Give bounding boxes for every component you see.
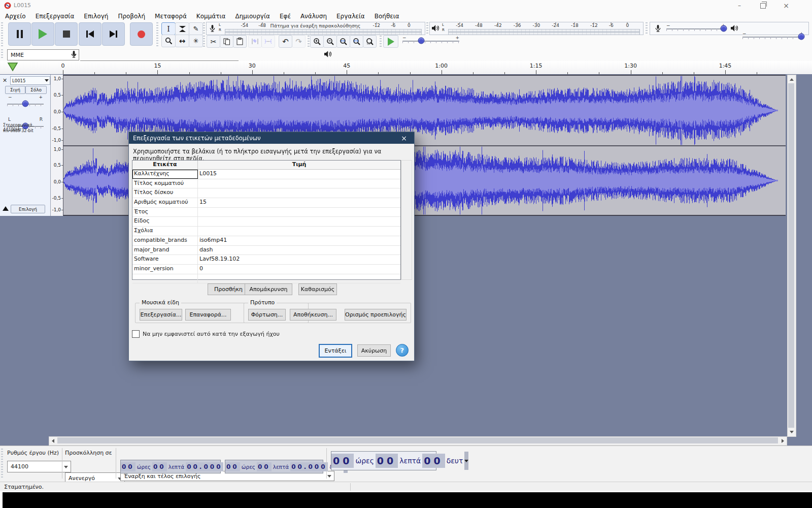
tag-value-cell[interactable]: L0015: [198, 170, 400, 179]
tag-value-cell[interactable]: [198, 217, 400, 226]
skip-start-button[interactable]: [79, 22, 101, 46]
multi-tool-button[interactable]: ✳: [189, 35, 203, 47]
selection-end-time[interactable]: 00 ώρες 00 λεπτά 00.000 δευτ: [225, 460, 323, 473]
selbar-grip[interactable]: [1, 449, 3, 478]
menu-item-Εργαλεία[interactable]: Εργαλεία: [336, 13, 365, 20]
undo-button[interactable]: ↶: [279, 35, 292, 48]
cut-button[interactable]: ✂: [207, 35, 220, 48]
track-close-button[interactable]: ✕: [3, 77, 7, 84]
scroll-up-icon[interactable]: [790, 78, 794, 81]
zoom-tool-button[interactable]: [161, 35, 176, 47]
redo-button[interactable]: ↷: [292, 35, 306, 48]
menu-item-Αρχείο[interactable]: Αρχείο: [5, 13, 26, 20]
timeline-ruler[interactable]: 01530451:001:151:301:45: [0, 61, 812, 75]
paste-button[interactable]: [233, 35, 247, 48]
zoom-grip[interactable]: [308, 36, 310, 47]
load-template-button[interactable]: Φόρτωση...: [248, 309, 286, 321]
play-button[interactable]: [31, 22, 54, 46]
slider-thumb[interactable]: [22, 100, 29, 107]
menu-item-Επιλογή[interactable]: Επιλογή: [84, 13, 108, 20]
skip-end-button[interactable]: [102, 22, 125, 46]
tag-value-cell[interactable]: [198, 179, 400, 188]
vertical-scale-ruler[interactable]: 1,00,50,0-0,5-1,0 1,00,50,0-0,5-1,0: [51, 75, 63, 216]
zoom-fit-button[interactable]: [350, 35, 363, 48]
scroll-left-icon[interactable]: [52, 439, 54, 443]
trim-audio-button[interactable]: [248, 35, 262, 48]
tag-name-cell[interactable]: Είδος: [132, 217, 198, 226]
menu-item-Εφέ[interactable]: Εφέ: [280, 13, 291, 20]
play-pin-icon[interactable]: [7, 62, 18, 72]
tag-name-cell[interactable]: compatible_brands: [132, 236, 198, 245]
rec-meter-grip[interactable]: [203, 22, 205, 35]
zoom-in-button[interactable]: [310, 35, 324, 48]
time-format-dropdown[interactable]: [464, 452, 468, 470]
solo-button[interactable]: Σόλο: [25, 86, 47, 94]
tools-grip[interactable]: [156, 22, 158, 46]
close-button[interactable]: ×: [777, 0, 795, 11]
seconds-digits[interactable]: 00.000: [186, 462, 223, 471]
edit-grip[interactable]: [203, 36, 205, 47]
minutes-digits[interactable]: 00: [376, 454, 398, 468]
horizontal-scroll-thumb[interactable]: [57, 437, 778, 443]
zoom-selection-button[interactable]: [336, 35, 350, 48]
recording-volume-slider[interactable]: − +: [666, 24, 725, 33]
tag-name-cell[interactable]: [132, 274, 198, 283]
play-speed-slider[interactable]: − +: [402, 37, 459, 45]
minutes-digits[interactable]: 00: [152, 462, 167, 471]
silence-audio-button[interactable]: [261, 35, 275, 48]
tag-value-cell[interactable]: iso6mp41: [198, 236, 400, 245]
envelope-tool-button[interactable]: [175, 22, 189, 35]
restore-button[interactable]: [754, 0, 771, 11]
scroll-right-icon[interactable]: [782, 439, 784, 443]
horizontal-scrollbar[interactable]: [49, 436, 787, 446]
tag-value-cell[interactable]: [198, 274, 400, 283]
audio-host-combo[interactable]: MME: [7, 49, 79, 60]
transport-grip[interactable]: [1, 22, 3, 46]
pause-button[interactable]: [8, 22, 31, 46]
hours-digits[interactable]: 00: [331, 454, 354, 468]
monitor-hint-text[interactable]: Πάτημα για έναρξη παρακολούθησης: [270, 23, 361, 28]
tag-value-cell[interactable]: dash: [198, 246, 400, 255]
menu-item-Μεταφορά[interactable]: Μεταφορά: [155, 13, 187, 20]
playback-meter[interactable]: L R -54-48-42-36-30-24-18-12-60: [429, 22, 644, 35]
audio-position-time[interactable]: 00 ώρες 00 λεπτά 00 δευτ: [331, 451, 436, 470]
gain-slider[interactable]: − +: [7, 97, 44, 106]
slider-thumb[interactable]: [418, 38, 424, 44]
recording-meter[interactable]: L R -54-48-12-60Πάτημα για έναρξη παρακο…: [206, 22, 425, 35]
draw-tool-button[interactable]: ✎: [189, 22, 203, 35]
tag-value-cell[interactable]: [198, 208, 400, 217]
tag-name-cell[interactable]: major_brand: [132, 246, 198, 255]
selection-start-time[interactable]: 00 ώρες 00 λεπτά 00.000 δευτ: [120, 460, 221, 473]
menu-item-Κομμάτια[interactable]: Κομμάτια: [196, 13, 226, 20]
tag-name-cell[interactable]: minor_version: [132, 265, 198, 274]
tag-value-cell[interactable]: [198, 227, 400, 236]
hours-digits[interactable]: 00: [225, 462, 240, 471]
collapse-track-button[interactable]: [3, 206, 9, 211]
tag-value-cell[interactable]: 0: [198, 265, 400, 274]
hours-digits[interactable]: 00: [121, 462, 136, 471]
menu-item-Δημιουργία[interactable]: Δημιουργία: [235, 13, 269, 20]
tag-value-cell[interactable]: Lavf58.19.102: [198, 255, 400, 264]
mixer-grip[interactable]: [646, 22, 648, 35]
tag-name-cell[interactable]: Τίτλος κομματιού: [132, 179, 198, 188]
cancel-button[interactable]: Ακύρωση: [357, 344, 391, 357]
vertical-scroll-thumb[interactable]: [788, 83, 794, 428]
edit-genres-button[interactable]: Επεξεργασία...: [140, 309, 182, 321]
selection-tool-button[interactable]: I: [161, 22, 176, 35]
stop-button[interactable]: [55, 22, 78, 46]
play-at-speed-button[interactable]: [383, 35, 398, 48]
help-button[interactable]: ?: [396, 344, 409, 357]
reset-genres-button[interactable]: Επαναφορά...: [185, 309, 231, 321]
menu-item-Προβολή[interactable]: Προβολή: [118, 13, 145, 20]
copy-button[interactable]: [220, 35, 233, 48]
tag-value-cell[interactable]: [198, 188, 400, 198]
slider-thumb[interactable]: [720, 25, 727, 32]
seconds-digits[interactable]: 00.000: [290, 462, 328, 471]
clear-tags-button[interactable]: Καθαρισμός: [298, 283, 337, 295]
dialog-close-button[interactable]: ×: [394, 132, 414, 144]
track-name-menu[interactable]: L0015: [10, 76, 50, 85]
minutes-digits[interactable]: 00: [257, 462, 272, 471]
track-select-button[interactable]: Επιλογή: [11, 205, 45, 213]
set-default-button[interactable]: Ορισμός προεπιλογής: [345, 309, 407, 321]
save-template-button[interactable]: Αποθήκευση...: [290, 309, 336, 321]
